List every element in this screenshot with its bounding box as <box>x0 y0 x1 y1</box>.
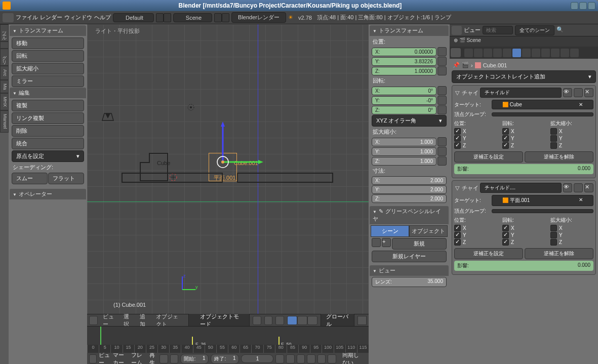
delete-layout-button[interactable] <box>164 13 171 22</box>
tab-ma[interactable]: Ma <box>0 80 9 94</box>
tab-arc[interactable]: Arc <box>0 66 9 80</box>
scale-x-checkbox[interactable] <box>550 128 557 135</box>
frame-end-field[interactable]: 終了:1 <box>211 354 239 364</box>
screen-layout-select[interactable]: Default <box>113 13 154 22</box>
clear-inverse-button[interactable]: 逆補正を解除 <box>525 248 593 259</box>
gp-scene-tab[interactable]: シーン <box>371 225 409 237</box>
pivot-select-icon[interactable] <box>264 316 273 325</box>
particles-tab-icon[interactable] <box>561 49 569 57</box>
tab-tools[interactable]: ツール <box>0 24 9 42</box>
location-x-field[interactable]: X:0.00000 <box>372 48 436 56</box>
loc-z-checkbox[interactable] <box>454 142 461 149</box>
collapse-toggle[interactable]: ▽ <box>454 184 460 192</box>
eye-icon[interactable]: 👁 <box>563 183 572 192</box>
lock-scale-x-icon[interactable] <box>437 137 447 146</box>
timeline-editor[interactable]: F_26 F_50 051015202530354045505560657075… <box>87 327 369 353</box>
prev-keyframe-button[interactable] <box>286 354 295 363</box>
eye-icon[interactable]: 👁 <box>563 88 572 97</box>
constraint-name-field[interactable]: チャイルド <box>480 88 562 98</box>
manipulator-gizmo[interactable] <box>215 122 265 172</box>
jump-start-button[interactable] <box>275 354 284 363</box>
lock-loc-z-icon[interactable] <box>437 66 447 75</box>
manipulator-toggle-icon[interactable] <box>275 316 284 325</box>
add-constraint-dropdown[interactable]: オブジェクトコンストレイント追加▾ <box>452 70 596 83</box>
maximize-button[interactable] <box>579 2 587 10</box>
lock-rot-y-icon[interactable] <box>437 96 447 105</box>
close-button[interactable] <box>588 2 595 10</box>
delete-scene-button[interactable] <box>222 13 229 22</box>
new-layer-button[interactable]: 新規レイヤー <box>372 251 447 262</box>
dim-z-field[interactable]: Z:2.000 <box>372 194 447 203</box>
gp-add-button[interactable]: + <box>382 238 391 247</box>
tab-physics[interactable]: 物 <box>0 42 9 49</box>
loc-y-checkbox[interactable] <box>454 232 461 238</box>
lock-scale-z-icon[interactable] <box>437 156 447 166</box>
material-tab-icon[interactable] <box>541 49 550 57</box>
duplicate-button[interactable]: 複製 <box>12 100 84 111</box>
rot-x-checkbox[interactable] <box>502 128 509 135</box>
lock-range-button[interactable] <box>170 354 179 363</box>
breadcrumb-object[interactable]: Cube.001 <box>483 62 507 68</box>
outliner-view-menu[interactable]: ビュー <box>464 26 481 34</box>
constraint-name-field[interactable]: チャイルド.... <box>480 183 562 193</box>
location-z-field[interactable]: Z:1.00000 <box>372 67 436 75</box>
scale-y-checkbox[interactable] <box>550 135 557 142</box>
layer-button[interactable] <box>357 316 367 325</box>
rot-y-checkbox[interactable] <box>502 135 509 142</box>
delete-constraint-icon[interactable]: ✕ <box>584 88 593 97</box>
link-duplicate-button[interactable]: リンク複製 <box>12 112 84 124</box>
scene-select[interactable]: Scene <box>173 13 212 22</box>
scale-button[interactable]: 拡大縮小 <box>12 63 84 74</box>
manipulator-translate-icon[interactable] <box>287 316 297 325</box>
menu-file[interactable]: ファイル <box>16 14 38 21</box>
manipulator-scale-icon[interactable] <box>307 316 317 325</box>
rot-z-checkbox[interactable] <box>502 239 509 246</box>
object-tab-icon[interactable] <box>503 49 511 57</box>
editor-type-outliner-icon[interactable] <box>452 26 462 35</box>
lens-field[interactable]: レンズ:35.000 <box>372 277 447 287</box>
rotation-z-field[interactable]: Z:0° <box>372 106 436 114</box>
rot-z-checkbox[interactable] <box>502 142 509 149</box>
rotation-y-field[interactable]: Y:-0° <box>372 96 436 105</box>
scene-tab-icon[interactable] <box>484 49 492 57</box>
data-tab-icon[interactable] <box>532 49 540 57</box>
gp-new-button[interactable]: 新規 <box>392 238 447 250</box>
scale-y-field[interactable]: Y:1.000 <box>372 147 436 156</box>
world-tab-icon[interactable] <box>493 49 502 57</box>
scale-x-field[interactable]: X:1.000 <box>372 138 436 146</box>
set-origin-dropdown[interactable]: 原点を設定▾ <box>12 150 84 162</box>
shading-select-icon[interactable] <box>253 316 261 325</box>
render-layers-tab-icon[interactable] <box>474 49 483 57</box>
frame-start-field[interactable]: 開始:1 <box>180 354 209 364</box>
editor-type-properties-icon[interactable] <box>451 48 461 57</box>
lock-rot-x-icon[interactable] <box>437 86 447 95</box>
vp-menu-object[interactable]: オブジェクト <box>154 313 185 328</box>
target-field[interactable]: 🟧 Cube ✕ <box>492 100 593 109</box>
move-up-icon[interactable] <box>574 183 583 192</box>
loc-y-checkbox[interactable] <box>454 135 461 142</box>
editor-type-3dview-icon[interactable] <box>89 316 98 325</box>
gp-object-tab[interactable]: オブジェクト <box>409 225 448 237</box>
location-y-field[interactable]: Y:3.83226 <box>372 57 436 66</box>
menu-render[interactable]: レンダー <box>40 14 62 21</box>
vp-menu-view[interactable]: ビュー <box>101 313 118 328</box>
view-panel-header[interactable]: ビュー <box>370 265 449 276</box>
add-scene-button[interactable] <box>214 13 222 22</box>
play-button[interactable] <box>307 354 315 363</box>
clear-inverse-button[interactable]: 逆補正を解除 <box>525 151 593 163</box>
lock-loc-y-icon[interactable] <box>437 57 447 66</box>
rot-x-checkbox[interactable] <box>502 225 509 231</box>
delete-button[interactable]: 削除 <box>12 125 84 137</box>
texture-tab-icon[interactable] <box>551 49 560 57</box>
tl-menu-marker[interactable]: マーカー <box>113 351 129 365</box>
edit-panel-header[interactable]: 編集 <box>10 88 86 98</box>
render-engine-select[interactable]: Blenderレンダー <box>231 12 286 23</box>
lock-scale-y-icon[interactable] <box>437 147 447 156</box>
current-frame-field[interactable]: 1 <box>241 354 273 363</box>
window-titlebar[interactable]: Blender [/mnt/sda7/Buncyo Project/Caract… <box>0 0 598 11</box>
scene-link-icon[interactable]: 🎬 <box>462 62 469 68</box>
menu-help[interactable]: ヘルプ <box>94 14 111 21</box>
n-transform-header[interactable]: トランスフォーム <box>370 25 449 36</box>
scale-z-checkbox[interactable] <box>550 239 557 246</box>
scale-x-checkbox[interactable] <box>550 225 557 231</box>
